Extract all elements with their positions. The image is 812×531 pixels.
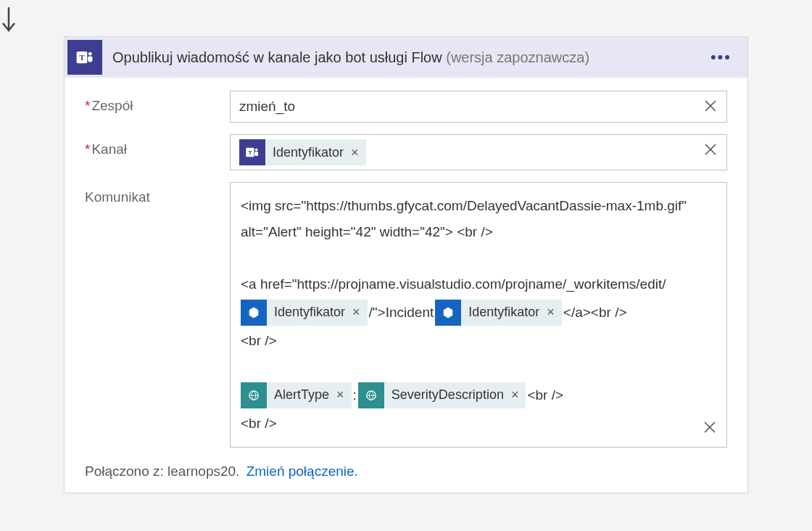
required-marker: * xyxy=(85,98,90,113)
team-label: *Zespół xyxy=(85,91,230,114)
devops-token-icon xyxy=(435,300,461,326)
svg-point-6 xyxy=(255,148,258,151)
msg-text: /">Incident xyxy=(369,297,434,328)
channel-token-remove[interactable]: × xyxy=(351,139,366,165)
message-field: <img src="https://thumbs.gfycat.com/Dela… xyxy=(230,182,727,448)
channel-field: T Identyfikator × xyxy=(230,134,727,170)
id-token-label: Identyfikator xyxy=(461,300,547,326)
team-value: zmień_to xyxy=(239,99,295,115)
alerttype-token-label: AlertType xyxy=(267,382,336,408)
message-input[interactable]: <img src="https://thumbs.gfycat.com/Dela… xyxy=(230,182,727,448)
msg-blank xyxy=(241,354,695,380)
message-row: Komunikat <img src="https://thumbs.gfyca… xyxy=(85,182,727,448)
id-token[interactable]: Identyfikator × xyxy=(241,300,368,326)
card-title-text: Opublikuj wiadomość w kanale jako bot us… xyxy=(112,49,442,65)
msg-line-tokens: Identyfikator × /">Incident Identyfikato… xyxy=(241,297,695,328)
team-field: zmień_to xyxy=(230,91,727,123)
msg-text: : xyxy=(353,380,357,411)
alerttype-token[interactable]: AlertType × xyxy=(241,382,352,408)
severity-token-label: SeverityDescription xyxy=(384,382,511,408)
action-card: T Opublikuj wiadomość w kanale jako bot … xyxy=(64,36,748,493)
connection-text: Połączono z: learnops20. xyxy=(85,464,239,479)
change-connection-link[interactable]: Zmień połączenie. xyxy=(246,464,358,479)
card-title: Opublikuj wiadomość w kanale jako bot us… xyxy=(102,49,706,66)
team-label-text: Zespół xyxy=(91,98,133,113)
channel-token[interactable]: T Identyfikator × xyxy=(239,139,366,165)
svg-rect-3 xyxy=(88,56,93,62)
teams-token-icon: T xyxy=(239,139,265,165)
devops-token-icon xyxy=(241,300,267,326)
channel-token-label: Identyfikator xyxy=(265,139,351,165)
msg-text: <br /> xyxy=(241,411,695,437)
channel-row: *Kanał T Identyfikator xyxy=(85,134,727,170)
channel-clear-button[interactable] xyxy=(703,141,720,159)
id-token-remove[interactable]: × xyxy=(547,300,562,326)
teams-icon: T xyxy=(67,40,102,75)
alerttype-token-remove[interactable]: × xyxy=(336,382,352,408)
severity-token[interactable]: SeverityDescription × xyxy=(358,382,526,408)
card-header[interactable]: T Opublikuj wiadomość w kanale jako bot … xyxy=(65,37,747,78)
msg-blank xyxy=(241,245,695,271)
connection-row: Połączono z: learnops20. Zmień połączeni… xyxy=(85,459,727,479)
msg-text: <img src="https://thumbs.gfycat.com/Dela… xyxy=(241,193,695,245)
channel-label: *Kanał xyxy=(85,134,230,157)
svg-text:T: T xyxy=(248,149,252,156)
channel-input[interactable]: T Identyfikator × xyxy=(230,134,727,170)
msg-text: <a href="https://projname.visualstudio.c… xyxy=(241,271,695,297)
team-row: *Zespół zmień_to xyxy=(85,91,727,123)
msg-text: </a><br /> xyxy=(563,297,627,328)
channel-label-text: Kanał xyxy=(91,141,127,157)
id-token-label: Identyfikator xyxy=(267,300,352,326)
globe-token-icon xyxy=(358,382,384,408)
svg-rect-7 xyxy=(254,152,258,156)
team-clear-button[interactable] xyxy=(703,98,720,115)
svg-point-2 xyxy=(88,52,92,56)
team-input[interactable]: zmień_to xyxy=(230,91,727,123)
card-subtitle: (wersja zapoznawcza) xyxy=(446,49,589,65)
id-token-remove[interactable]: × xyxy=(352,300,368,326)
id-token[interactable]: Identyfikator × xyxy=(435,300,562,326)
svg-text:T: T xyxy=(79,53,85,62)
flow-arrow xyxy=(0,7,812,36)
card-menu-button[interactable]: ••• xyxy=(706,45,736,70)
msg-line-tokens: AlertType × : SeverityDescription × xyxy=(241,380,695,411)
msg-text: <br /> xyxy=(527,380,563,411)
message-label: Komunikat xyxy=(85,182,230,205)
msg-text: <br /> xyxy=(241,328,695,354)
message-content: <img src="https://thumbs.gfycat.com/Dela… xyxy=(241,193,695,437)
message-clear-button[interactable] xyxy=(702,419,719,437)
severity-token-remove[interactable]: × xyxy=(511,382,526,408)
required-marker: * xyxy=(85,141,90,157)
card-body: *Zespół zmień_to *Kanał xyxy=(65,78,747,493)
globe-token-icon xyxy=(241,382,267,408)
